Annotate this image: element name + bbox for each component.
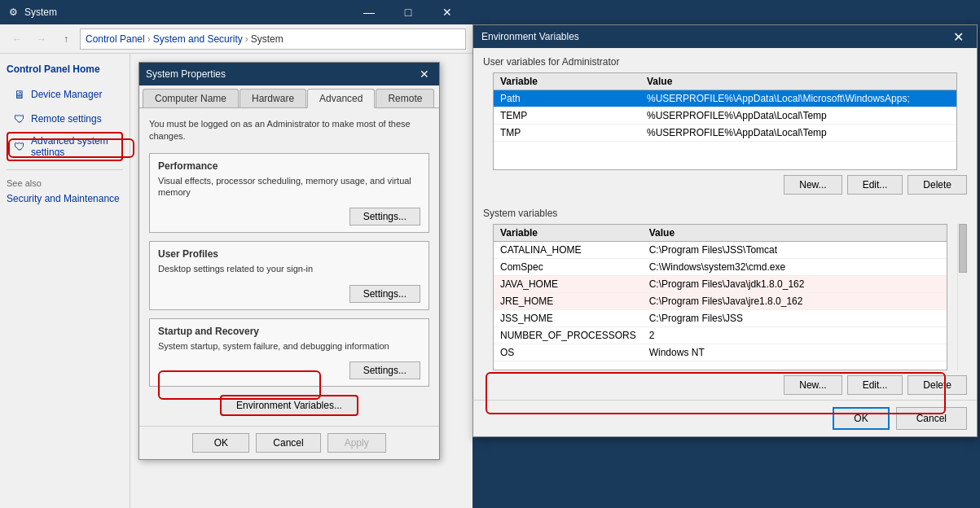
address-bar: ← → ↑ Control Panel › System and Securit… xyxy=(0,24,472,54)
apply-button[interactable]: Apply xyxy=(327,433,386,453)
user-vars-title: User variables for Administrator xyxy=(473,48,977,72)
tab-advanced[interactable]: Advanced xyxy=(307,89,375,108)
env-ok-button[interactable]: OK xyxy=(833,407,889,430)
ok-button[interactable]: OK xyxy=(192,433,249,453)
content-area: Control Panel Home 🖥 Device Manager 🛡 Re… xyxy=(0,54,472,508)
sys-vars-title: System variables xyxy=(473,199,977,224)
sys-vars-buttons: New... Edit... Delete xyxy=(473,370,977,400)
env-dialog-title-bar: Environment Variables ✕ xyxy=(473,25,977,48)
sys-var-os-value: Windows NT xyxy=(643,344,947,361)
remote-settings-icon: 🛡 xyxy=(11,111,28,127)
table-row[interactable]: TEMP %USERPROFILE%\AppData\Local\Temp xyxy=(494,107,956,125)
sidebar-divider xyxy=(7,169,123,170)
sidebar-title[interactable]: Control Panel Home xyxy=(7,64,123,75)
startup-recovery-desc: System startup, system failure, and debu… xyxy=(158,340,420,352)
up-button[interactable]: ↑ xyxy=(55,28,77,50)
sys-vars-delete-button[interactable]: Delete xyxy=(907,375,967,395)
tab-remote[interactable]: Remote xyxy=(376,89,434,107)
sys-var-jrehome-value: C:\Program Files\Java\jre1.8.0_162 xyxy=(643,293,947,310)
security-and-maintenance-link[interactable]: Security and Maintenance xyxy=(7,193,123,204)
performance-settings-button[interactable]: Settings... xyxy=(349,208,420,226)
user-vars-delete-button[interactable]: Delete xyxy=(907,175,967,195)
sys-var-catalina-value: C:\Program Files\JSS\Tomcat xyxy=(643,242,947,259)
user-vars-col-variable: Variable xyxy=(494,73,640,90)
sidebar-item-advanced-system-settings[interactable]: 🛡 Advanced system settings xyxy=(7,132,123,161)
sidebar-item-remote-settings-label: Remote settings xyxy=(31,113,102,125)
sys-vars-edit-button[interactable]: Edit... xyxy=(847,375,903,395)
sys-vars-col-variable: Variable xyxy=(494,225,643,242)
user-vars-table-wrapper: Variable Value Path %USERPROFILE%\AppDat… xyxy=(483,72,967,170)
table-row[interactable]: Path %USERPROFILE%\AppData\Local\Microso… xyxy=(494,90,956,107)
user-var-tmp-value: %USERPROFILE%\AppData\Local\Temp xyxy=(640,125,956,142)
main-window: ⚙ System — □ ✕ ← → ↑ Control Panel › Sys… xyxy=(0,0,472,508)
sys-vars-table-wrapper: Variable Value CATALINA_HOME C:\Program … xyxy=(483,224,967,370)
table-row[interactable]: ComSpec C:\Windows\system32\cmd.exe xyxy=(494,259,947,276)
system-icon: ⚙ xyxy=(7,6,20,19)
tab-content: You must be logged on as an Administrato… xyxy=(139,108,439,426)
back-button[interactable]: ← xyxy=(7,28,28,50)
device-manager-icon: 🖥 xyxy=(11,86,28,103)
startup-recovery-label: Startup and Recovery xyxy=(158,326,420,337)
sys-vars-table: Variable Value CATALINA_HOME C:\Program … xyxy=(494,225,947,361)
dialog-title: System Properties xyxy=(146,68,416,80)
user-var-path-value: %USERPROFILE%\AppData\Local\Microsoft\Wi… xyxy=(640,90,956,107)
minimize-button[interactable]: — xyxy=(350,0,388,24)
sidebar-item-device-manager-label: Device Manager xyxy=(31,89,102,100)
breadcrumb-control-panel[interactable]: Control Panel xyxy=(86,33,145,45)
user-var-temp-name: TEMP xyxy=(494,107,640,125)
user-profiles-desc: Desktop settings related to your sign-in xyxy=(158,263,420,274)
environment-variables-button[interactable]: Environment Variables... xyxy=(220,395,358,416)
user-vars-buttons: New... Edit... Delete xyxy=(473,170,977,199)
user-vars-edit-button[interactable]: Edit... xyxy=(847,175,903,195)
user-var-tmp-name: TMP xyxy=(494,125,640,142)
scrollbar-thumb xyxy=(959,224,967,273)
env-cancel-button[interactable]: Cancel xyxy=(896,407,967,430)
maximize-button[interactable]: □ xyxy=(389,0,427,24)
env-dialog-footer: OK Cancel xyxy=(473,400,977,436)
environment-variables-dialog: Environment Variables ✕ User variables f… xyxy=(472,24,978,437)
main-panel: System Properties ✕ Computer Name Hardwa… xyxy=(130,54,472,508)
breadcrumb-sep-2: › xyxy=(245,33,248,45)
table-row[interactable]: JSS_HOME C:\Program Files\JSS xyxy=(494,310,947,327)
user-profiles-section: User Profiles Desktop settings related t… xyxy=(149,241,429,309)
close-button[interactable]: ✕ xyxy=(428,0,466,24)
performance-section: Performance Visual effects, processor sc… xyxy=(149,153,429,234)
sys-vars-new-button[interactable]: New... xyxy=(784,375,842,395)
breadcrumb-system-and-security[interactable]: System and Security xyxy=(153,33,243,45)
sidebar-item-device-manager[interactable]: 🖥 Device Manager xyxy=(7,83,123,106)
table-row[interactable]: JAVA_HOME C:\Program Files\Java\jdk1.8.0… xyxy=(494,276,947,293)
table-row[interactable]: JRE_HOME C:\Program Files\Java\jre1.8.0_… xyxy=(494,293,947,310)
tab-hardware[interactable]: Hardware xyxy=(240,89,306,107)
forward-button[interactable]: → xyxy=(31,28,52,50)
sys-var-jrehome-name: JRE_HOME xyxy=(494,293,643,310)
sys-var-os-name: OS xyxy=(494,344,643,361)
user-vars-new-button[interactable]: New... xyxy=(784,175,842,195)
tab-computer-name[interactable]: Computer Name xyxy=(143,89,239,107)
sidebar-item-remote-settings[interactable]: 🛡 Remote settings xyxy=(7,107,123,130)
dialog-close-button[interactable]: ✕ xyxy=(416,66,433,82)
sys-var-numproc-name: NUMBER_OF_PROCESSORS xyxy=(494,327,643,344)
breadcrumb-system: System xyxy=(251,33,283,45)
see-also-title: See also xyxy=(7,178,123,188)
sys-var-numproc-value: 2 xyxy=(643,327,947,344)
cancel-button[interactable]: Cancel xyxy=(256,433,320,453)
table-row[interactable]: OS Windows NT xyxy=(494,344,947,361)
user-profiles-settings-button[interactable]: Settings... xyxy=(349,285,420,303)
table-row[interactable]: TMP %USERPROFILE%\AppData\Local\Temp xyxy=(494,125,956,142)
user-vars-table-container: Variable Value Path %USERPROFILE%\AppDat… xyxy=(493,72,957,170)
sys-vars-scrollbar[interactable] xyxy=(957,224,967,370)
env-dialog-close-button[interactable]: ✕ xyxy=(947,26,969,47)
startup-recovery-settings-button[interactable]: Settings... xyxy=(349,361,420,379)
performance-desc: Visual effects, processor scheduling, me… xyxy=(158,175,420,199)
user-vars-table: Variable Value Path %USERPROFILE%\AppDat… xyxy=(494,73,956,142)
user-profiles-label: User Profiles xyxy=(158,248,420,260)
user-vars-col-value: Value xyxy=(640,73,956,90)
breadcrumb: Control Panel › System and Security › Sy… xyxy=(80,28,466,50)
main-title: System xyxy=(24,7,350,18)
table-row[interactable]: CATALINA_HOME C:\Program Files\JSS\Tomca… xyxy=(494,242,947,259)
table-row[interactable]: NUMBER_OF_PROCESSORS 2 xyxy=(494,327,947,344)
env-dialog-title: Environment Variables xyxy=(481,31,947,42)
tabs-bar: Computer Name Hardware Advanced Remote xyxy=(139,85,439,108)
sys-var-jsshome-name: JSS_HOME xyxy=(494,310,643,327)
sys-var-javahome-name: JAVA_HOME xyxy=(494,276,643,293)
